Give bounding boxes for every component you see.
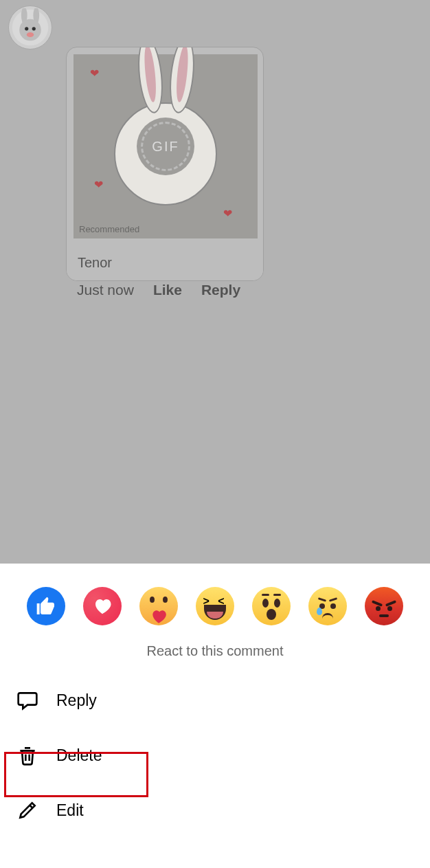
reaction-sad[interactable] xyxy=(308,587,347,625)
comment-meta-row: Just now Like Reply xyxy=(77,282,240,298)
gif-preview[interactable]: ❤ ❤ ❤ GIF Recommended xyxy=(73,54,258,238)
svg-point-3 xyxy=(19,19,41,41)
sheet-edit-label: Edit xyxy=(56,801,84,820)
sheet-edit-option[interactable]: Edit xyxy=(0,783,430,838)
reaction-haha[interactable]: > < xyxy=(196,587,234,625)
reaction-like[interactable] xyxy=(27,587,65,625)
svg-point-4 xyxy=(25,27,28,30)
reaction-love[interactable] xyxy=(83,587,122,625)
sheet-reply-label: Reply xyxy=(56,691,97,710)
gif-badge-text: GIF xyxy=(152,139,179,155)
pencil-icon xyxy=(15,798,40,823)
action-sheet: > < React to this comment Reply xyxy=(0,564,430,868)
reply-icon xyxy=(15,688,40,713)
comment-like-link[interactable]: Like xyxy=(153,282,182,298)
comment-reply-link[interactable]: Reply xyxy=(201,282,240,298)
gif-recommended-label: Recommended xyxy=(79,224,139,234)
reaction-angry[interactable] xyxy=(365,587,403,625)
reaction-bar: > < xyxy=(0,564,430,634)
comment-timestamp: Just now xyxy=(77,282,134,298)
svg-point-5 xyxy=(32,27,36,30)
react-instruction-label: React to this comment xyxy=(0,643,430,659)
gif-source-label: Tenor xyxy=(67,245,263,280)
reaction-care[interactable] xyxy=(139,587,178,625)
dimmed-backdrop[interactable]: ❤ ❤ ❤ GIF Recommended Tenor Just now Lik… xyxy=(0,0,430,564)
gif-badge: GIF xyxy=(137,118,194,175)
sheet-delete-label: Delete xyxy=(56,746,102,765)
comment-attachment-card[interactable]: ❤ ❤ ❤ GIF Recommended Tenor xyxy=(66,47,264,281)
svg-point-6 xyxy=(27,32,34,37)
commenter-avatar[interactable] xyxy=(8,5,52,49)
sheet-reply-option[interactable]: Reply xyxy=(0,673,430,728)
trash-icon xyxy=(15,743,40,768)
sheet-delete-option[interactable]: Delete xyxy=(0,728,430,783)
reaction-wow[interactable] xyxy=(252,587,291,625)
